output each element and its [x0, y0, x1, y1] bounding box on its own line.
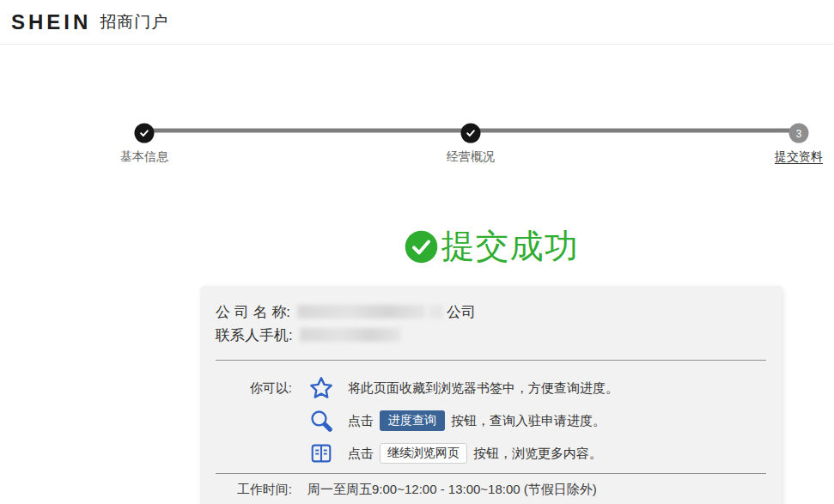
- tip-browse-text-after: 按钮，浏览更多内容。: [473, 446, 602, 462]
- magnifier-icon: [307, 409, 335, 434]
- continue-browsing-button[interactable]: 继续浏览网页: [380, 443, 467, 464]
- step-3-number-badge: 3: [789, 124, 809, 143]
- stepper-label-basic-info: 基本信息: [120, 149, 168, 165]
- contact-phone-label: 联系人手机:: [216, 325, 293, 345]
- company-name-label: 公 司 名 称:: [216, 302, 290, 322]
- shein-logo[interactable]: SHEIN: [11, 10, 91, 34]
- company-name-visible-suffix: 公司: [447, 302, 476, 322]
- tip-progress-text-before: 点击: [348, 413, 374, 429]
- submission-summary-panel: 公 司 名 称: 公司 联系人手机: 你可以: 将此页面收藏到浏览器书签中，方便…: [200, 286, 782, 504]
- book-icon: [307, 441, 335, 465]
- tip-progress-text: 点击 进度查询 按钮，查询入驻申请进度。: [348, 410, 606, 431]
- work-time-value: 周一至周五9:00~12:00 - 13:00~18:00 (节假日除外): [307, 482, 597, 498]
- stepper-label-submit-materials[interactable]: 提交资料: [775, 149, 823, 165]
- tip-browse-text: 点击 继续浏览网页 按钮，浏览更多内容。: [348, 443, 602, 464]
- company-name-row: 公 司 名 称: 公司: [216, 301, 766, 323]
- company-name-redacted-tail: [429, 305, 443, 319]
- contact-phone-redacted: [300, 328, 401, 342]
- app-header: SHEIN 招商门户: [0, 0, 834, 45]
- work-time-row: 工作时间: 周一至周五9:00~12:00 - 13:00~18:00 (节假日…: [216, 476, 766, 503]
- step-1-check-icon: [135, 124, 155, 143]
- star-icon: [307, 375, 335, 401]
- panel-divider-bottom: [216, 473, 766, 474]
- success-check-icon: [404, 229, 439, 264]
- tip-browse-row: 点击 继续浏览网页 按钮，浏览更多内容。: [216, 437, 766, 470]
- tip-bookmark-row: 你可以: 将此页面收藏到浏览器书签中，方便查询进度。: [216, 372, 766, 404]
- tip-progress-text-after: 按钮，查询入驻申请进度。: [451, 413, 606, 429]
- tip-progress-row: 点击 进度查询 按钮，查询入驻申请进度。: [216, 404, 766, 437]
- progress-query-button[interactable]: 进度查询: [380, 410, 445, 431]
- company-name-redacted: [297, 305, 426, 319]
- panel-divider-top: [216, 360, 766, 361]
- progress-stepper: 3 基本信息 经营概况 提交资料: [0, 45, 834, 131]
- tip-browse-text-before: 点击: [348, 446, 374, 462]
- tip-bookmark-text: 将此页面收藏到浏览器书签中，方便查询进度。: [348, 380, 618, 397]
- success-banner: 提交成功: [200, 223, 782, 270]
- tips-section: 你可以: 将此页面收藏到浏览器书签中，方便查询进度。 点击 进度查询 按钮，查询…: [216, 372, 766, 470]
- tips-label: 你可以:: [216, 380, 292, 397]
- success-title: 提交成功: [441, 223, 579, 270]
- portal-title: 招商门户: [100, 11, 168, 33]
- stepper-label-business-overview: 经营概况: [447, 149, 495, 165]
- work-time-label: 工作时间:: [216, 482, 292, 498]
- step-3-number: 3: [796, 127, 802, 139]
- contact-phone-row: 联系人手机:: [216, 324, 766, 346]
- step-2-check-icon: [461, 124, 481, 143]
